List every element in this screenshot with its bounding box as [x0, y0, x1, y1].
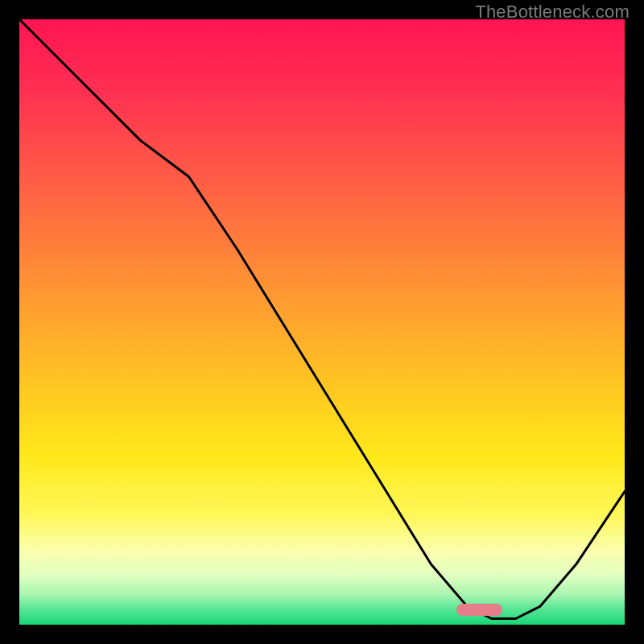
- optimal-marker: [456, 604, 502, 616]
- plot-area: [19, 19, 625, 625]
- chart-frame: TheBottleneck.com: [0, 0, 644, 644]
- watermark-label: TheBottleneck.com: [475, 2, 630, 23]
- bottleneck-curve: [19, 19, 625, 625]
